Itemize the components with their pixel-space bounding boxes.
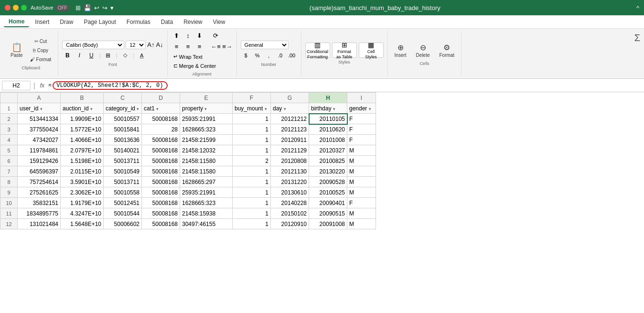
cell-h3[interactable]: 20110620	[309, 124, 347, 135]
cell-reference-input[interactable]	[2, 81, 31, 90]
cell-e10[interactable]: 1628665:323	[180, 198, 233, 208]
percent-button[interactable]: %	[252, 51, 263, 60]
menu-formulas[interactable]: Formulas	[122, 17, 155, 27]
cell-h5[interactable]: 20120327	[309, 145, 347, 156]
cell-b10[interactable]: 1.9179E+10	[61, 198, 104, 208]
cell-i7[interactable]: M	[347, 166, 376, 177]
cell-f5[interactable]: 1	[233, 145, 271, 156]
copy-button[interactable]: ⎘ Copy	[27, 46, 54, 54]
indent-decrease-button[interactable]: ←≡	[211, 42, 221, 51]
header-property[interactable]: property ▾	[180, 103, 233, 114]
header-user-id[interactable]: user_id ▾	[18, 103, 61, 114]
text-angle-button[interactable]: ⟳	[211, 31, 221, 40]
increase-font-icon[interactable]: A↑	[147, 41, 154, 48]
menu-review[interactable]: Review	[179, 17, 207, 27]
autosave-toggle[interactable]: OFF	[55, 5, 70, 11]
cell-f3[interactable]: 1	[233, 124, 271, 135]
cell-g9[interactable]: 20130610	[271, 187, 309, 198]
align-left-button[interactable]: ≡	[172, 42, 182, 51]
col-header-i[interactable]: I	[347, 93, 376, 103]
cell-a7[interactable]: 645596397	[18, 166, 61, 177]
menu-draw[interactable]: Draw	[55, 17, 78, 27]
cell-b7[interactable]: 2.0115E+10	[61, 166, 104, 177]
comma-button[interactable]: ,	[264, 51, 274, 60]
close-button[interactable]	[5, 5, 11, 11]
cell-h10[interactable]: 20090401	[309, 198, 347, 208]
cell-h12[interactable]: 20091008	[309, 219, 347, 229]
menu-data[interactable]: Data	[156, 17, 178, 27]
font-color-button[interactable]: A	[137, 51, 147, 60]
cell-styles-button[interactable]: ▦ CellStyles	[359, 43, 384, 58]
cell-i8[interactable]: M	[347, 177, 376, 187]
cell-c11[interactable]: 50010544	[104, 208, 142, 219]
cell-i3[interactable]: F	[347, 124, 376, 135]
cell-b5[interactable]: 2.0797E+10	[61, 145, 104, 156]
cell-a10[interactable]: 35832151	[18, 198, 61, 208]
cell-i6[interactable]: M	[347, 156, 376, 166]
align-bottom-button[interactable]: ⬇	[194, 31, 205, 40]
cell-b4[interactable]: 1.4066E+10	[61, 135, 104, 145]
menu-page-layout[interactable]: Page Layout	[79, 17, 120, 27]
formula-content[interactable]: VLOOKUP(A2, Sheet2!$A:$C, 2, 0)	[53, 81, 168, 90]
align-middle-button[interactable]: ↕	[183, 31, 193, 40]
cell-h6[interactable]: 20100825	[309, 156, 347, 166]
decrease-decimal-button[interactable]: .0	[275, 51, 286, 60]
cell-a3[interactable]: 377550424	[18, 124, 61, 135]
cell-b6[interactable]: 1.5198E+10	[61, 156, 104, 166]
cell-e8[interactable]: 1628665:297	[180, 177, 233, 187]
cell-b8[interactable]: 3.5901E+10	[61, 177, 104, 187]
cell-e2[interactable]: 25935:21991	[180, 114, 233, 124]
cell-e5[interactable]: 21458:12032	[180, 145, 233, 156]
col-header-a[interactable]: A	[18, 93, 61, 103]
paste-button[interactable]: 📋 Paste	[8, 40, 26, 61]
cell-d10[interactable]: 50008168	[142, 198, 180, 208]
cell-i12[interactable]: M	[347, 219, 376, 229]
header-gender[interactable]: gender ▾	[347, 103, 376, 114]
cell-f7[interactable]: 1	[233, 166, 271, 177]
cell-a11[interactable]: 1834895775	[18, 208, 61, 219]
cell-i4[interactable]: F	[347, 135, 376, 145]
cell-g3[interactable]: 20121123	[271, 124, 309, 135]
cell-a8[interactable]: 757254614	[18, 177, 61, 187]
delete-button[interactable]: ⊖ Delete	[413, 42, 433, 59]
cell-f12[interactable]: 1	[233, 219, 271, 229]
menu-home[interactable]: Home	[4, 17, 29, 27]
cell-f10[interactable]: 1	[233, 198, 271, 208]
cell-e12[interactable]: 30497:46155	[180, 219, 233, 229]
cell-g4[interactable]: 20120911	[271, 135, 309, 145]
bold-button[interactable]: B	[62, 51, 73, 60]
cell-c7[interactable]: 50010549	[104, 166, 142, 177]
cell-d11[interactable]: 50008168	[142, 208, 180, 219]
cell-d8[interactable]: 50008168	[142, 177, 180, 187]
cell-a2[interactable]: 513441334	[18, 114, 61, 124]
align-top-button[interactable]: ⬆	[172, 31, 182, 40]
cell-d3[interactable]: 28	[142, 124, 180, 135]
header-buy-mount[interactable]: buy_mount ▾	[233, 103, 271, 114]
menu-insert[interactable]: Insert	[30, 17, 54, 27]
merge-center-button[interactable]: ⊏ Merge & Center	[172, 62, 218, 70]
cell-e4[interactable]: 21458:21599	[180, 135, 233, 145]
cell-g8[interactable]: 20131220	[271, 177, 309, 187]
cell-c4[interactable]: 50013636	[104, 135, 142, 145]
cell-g5[interactable]: 20121129	[271, 145, 309, 156]
insert-button[interactable]: ⊕ Insert	[392, 42, 409, 59]
cell-e9[interactable]: 25935:21991	[180, 187, 233, 198]
header-category-id[interactable]: category_id ▾	[104, 103, 142, 114]
indent-increase-button[interactable]: ≡→	[222, 42, 233, 51]
cell-b12[interactable]: 1.5648E+10	[61, 219, 104, 229]
cell-d7[interactable]: 50008168	[142, 166, 180, 177]
cell-e3[interactable]: 1628665:323	[180, 124, 233, 135]
conditional-formatting-button[interactable]: ▥ ConditionalFormatting	[305, 43, 330, 58]
cell-b2[interactable]: 1.9909E+10	[61, 114, 104, 124]
header-day[interactable]: day ▾	[271, 103, 309, 114]
increase-decimal-button[interactable]: .00	[287, 51, 297, 60]
dollar-button[interactable]: $	[241, 51, 251, 60]
col-header-h[interactable]: H	[309, 93, 347, 103]
cell-c3[interactable]: 50015841	[104, 124, 142, 135]
undo-icon[interactable]: ↩	[94, 4, 99, 11]
cell-d12[interactable]: 50008168	[142, 219, 180, 229]
cell-b9[interactable]: 2.3062E+10	[61, 187, 104, 198]
maximize-button[interactable]	[21, 5, 27, 11]
sigma-icon[interactable]: Σ	[634, 32, 640, 43]
cell-h4[interactable]: 20101008	[309, 135, 347, 145]
